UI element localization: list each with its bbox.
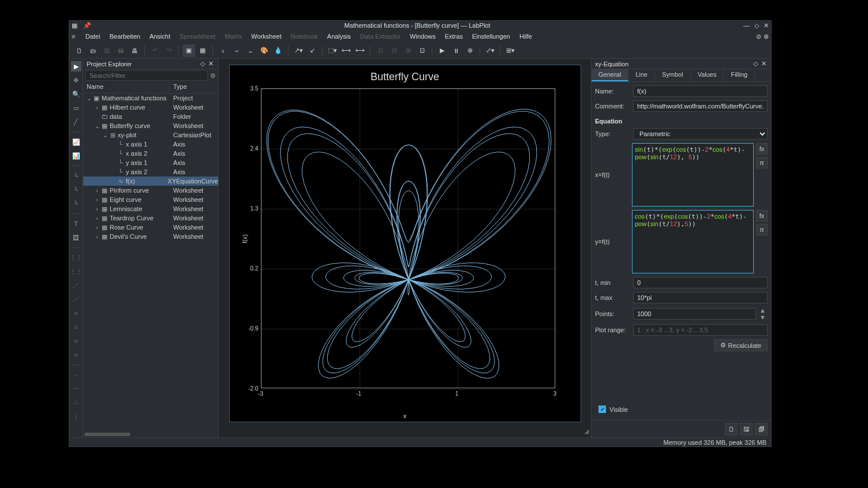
- grid-button[interactable]: ⊞▾: [504, 44, 517, 57]
- tree-row-mathematical-functions[interactable]: ⌄▣Mathematical functionsProject: [83, 93, 218, 103]
- tree-toggle-icon[interactable]: ›: [93, 187, 100, 194]
- footer-copy-button[interactable]: 🗐: [755, 423, 768, 436]
- tool-4[interactable]: ⊡: [416, 44, 428, 57]
- tab-line[interactable]: Line: [628, 69, 655, 81]
- select-button[interactable]: ⬚▾: [326, 44, 339, 57]
- tree-row-hilbert-curve[interactable]: ›▦Hilbert curveWorksheet: [83, 103, 218, 112]
- menu-worksheet[interactable]: Worksheet: [246, 32, 286, 41]
- scatter-tool[interactable]: ∴: [71, 397, 81, 408]
- menu-ansicht[interactable]: Ansicht: [145, 32, 175, 41]
- tree-row-x-axis-2[interactable]: └x axis 2Axis: [83, 149, 218, 158]
- tool-3[interactable]: ⊞: [402, 44, 414, 57]
- grid-dot-tool[interactable]: ⋮⋮: [71, 253, 81, 263]
- points-tool[interactable]: ⋯: [71, 384, 81, 394]
- tab-values[interactable]: Values: [691, 69, 724, 81]
- tmax-input[interactable]: [633, 292, 768, 303]
- tree-row-y-axis-1[interactable]: └y axis 1Axis: [83, 158, 218, 167]
- fill-button[interactable]: 💧: [272, 44, 285, 57]
- tree-toggle-icon[interactable]: ›: [93, 104, 100, 111]
- menubar-help-icon[interactable]: ⊘: [756, 33, 761, 40]
- menubar-close-icon[interactable]: ⊗: [764, 33, 769, 40]
- zoom-x-button[interactable]: ⟷: [340, 44, 353, 57]
- tree-row-piriform-curve[interactable]: ›▦Piriform curveWorksheet: [83, 186, 218, 195]
- target-button[interactable]: ⊕: [463, 44, 476, 57]
- comment-input[interactable]: [633, 100, 768, 112]
- tree-row-data[interactable]: 🗀dataFolder: [83, 112, 218, 121]
- x-pi-button[interactable]: π: [756, 157, 768, 168]
- export-button[interactable]: ↗▾: [292, 44, 305, 57]
- app-menu-icon[interactable]: ≡: [72, 33, 80, 40]
- point-tool[interactable]: ·: [71, 370, 81, 380]
- properties-float-icon[interactable]: ◇: [751, 60, 760, 68]
- axis-b-tool[interactable]: └: [71, 185, 81, 195]
- new-button[interactable]: 🗋: [73, 44, 85, 57]
- explorer-scrollbar[interactable]: [83, 431, 218, 437]
- move-tool[interactable]: ✥: [71, 75, 81, 85]
- image-tool[interactable]: 🖼: [71, 232, 81, 243]
- menu-einstellungen[interactable]: Einstellungen: [467, 32, 515, 41]
- tab-general[interactable]: General: [592, 69, 628, 81]
- visible-checkbox[interactable]: ✓: [598, 406, 606, 413]
- zoom-tool[interactable]: 🔍: [71, 89, 81, 99]
- y-pi-button[interactable]: π: [756, 224, 768, 235]
- line-tool[interactable]: ╱: [71, 117, 81, 127]
- tab-filling[interactable]: Filling: [724, 69, 755, 81]
- filter-icon[interactable]: ⚙: [210, 72, 216, 80]
- pin-icon[interactable]: 📌: [83, 22, 91, 29]
- tree-toggle-icon[interactable]: ›: [93, 196, 100, 203]
- recalculate-button[interactable]: ⚙ Recalculate: [714, 339, 768, 351]
- footer-save-button[interactable]: 🖫: [740, 423, 753, 436]
- points-spinner[interactable]: ▲▼: [760, 307, 768, 321]
- save-as-button[interactable]: 🖬: [114, 44, 127, 57]
- curve-tool[interactable]: 📈: [71, 137, 81, 147]
- worksheet-area[interactable]: Butterfly Curve f(x) x -3-113 -2.0-0.90.…: [219, 59, 591, 437]
- axis-t-tool[interactable]: └: [71, 198, 81, 209]
- y-equation-input[interactable]: cos(t)*(exp(cos(t))-2*cos(4*t)-pow(sin(t…: [632, 210, 754, 273]
- tree-row-f(x)[interactable]: ∿f(x)XYEquationCurve: [83, 177, 218, 186]
- undo-button[interactable]: ↶: [148, 44, 161, 57]
- zoom-y-button[interactable]: ⟷: [354, 44, 366, 57]
- type-select[interactable]: Parametric: [633, 128, 768, 140]
- rect-tool[interactable]: ▭: [71, 103, 81, 113]
- properties-close-icon[interactable]: ✕: [760, 60, 768, 68]
- tree-row-rose-curve[interactable]: ›▦Rose CurveWorksheet: [83, 223, 218, 232]
- tree-toggle-icon[interactable]: ›: [93, 224, 100, 231]
- text-tool[interactable]: T: [71, 219, 81, 229]
- layout-single-button[interactable]: ▣: [182, 44, 195, 57]
- tree-row-butterfly-curve[interactable]: ⌄▦Butterfly curveWorksheet: [83, 121, 218, 130]
- tmin-input[interactable]: [633, 277, 768, 288]
- tool-1[interactable]: ⊡: [374, 44, 387, 57]
- tree-header-name[interactable]: Name: [83, 82, 170, 93]
- redo-button[interactable]: ↷: [162, 44, 175, 57]
- y-fx-button[interactable]: fx: [756, 210, 768, 222]
- more-tool[interactable]: ⋮: [71, 411, 81, 422]
- menu-hilfe[interactable]: Hilfe: [515, 32, 537, 41]
- grid-coarse-tool[interactable]: ⋰: [71, 294, 81, 305]
- tree-toggle-icon[interactable]: ⌄: [85, 95, 92, 102]
- marker4-tool[interactable]: ○: [71, 350, 81, 360]
- open-button[interactable]: 🗁: [87, 44, 99, 57]
- tree-row-teardrop-curve[interactable]: ›▦Teardrop CurveWorksheet: [83, 213, 218, 223]
- menu-windows[interactable]: Windows: [405, 32, 440, 41]
- explorer-search-input[interactable]: [85, 70, 208, 81]
- plotrange-select[interactable]: [633, 324, 768, 336]
- grid-fine-tool[interactable]: ⋰: [71, 280, 81, 291]
- tree-toggle-icon[interactable]: ›: [93, 205, 100, 212]
- align-right-button[interactable]: ⫠: [244, 44, 257, 57]
- tree-row-lemniscate[interactable]: ›▦LemniscateWorksheet: [83, 204, 218, 213]
- marker-tool[interactable]: ○: [71, 308, 81, 318]
- name-input[interactable]: [633, 85, 768, 97]
- layout-grid-button[interactable]: ▦: [196, 44, 209, 57]
- tab-symbol[interactable]: Symbol: [655, 69, 691, 81]
- scale-button[interactable]: ⤢▾: [484, 44, 496, 57]
- explorer-float-icon[interactable]: ◇: [199, 60, 207, 68]
- tree-row-xy-plot[interactable]: ⌄⊞xy-plotCartesianPlot: [83, 130, 218, 140]
- cursor-tool[interactable]: ▶: [71, 61, 81, 72]
- tree-row-y-axis-2[interactable]: └y axis 2Axis: [83, 167, 218, 177]
- explorer-close-icon[interactable]: ✕: [207, 60, 215, 68]
- close-button[interactable]: ✕: [764, 22, 769, 29]
- menu-bearbeiten[interactable]: Bearbeiten: [105, 32, 145, 41]
- plot-frame[interactable]: Butterfly Curve f(x) x -3-113 -2.0-0.90.…: [229, 65, 581, 422]
- theme-button[interactable]: 🎨: [258, 44, 271, 57]
- print-button[interactable]: 🖶: [128, 44, 141, 57]
